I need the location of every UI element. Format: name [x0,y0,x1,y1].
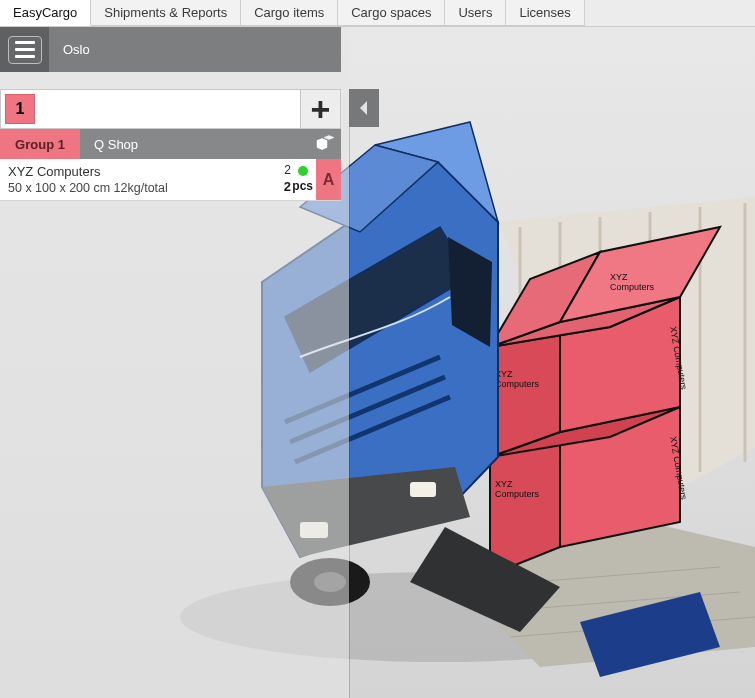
panel-divider [349,127,350,698]
group-tab-secondary[interactable]: Q Shop [80,129,341,159]
svg-text:Computers: Computers [610,282,655,292]
shipment-titlebar: Oslo [0,27,341,72]
svg-text:XYZ: XYZ [610,272,628,282]
group-number-badge[interactable]: 1 [5,94,35,124]
tab-easycargo[interactable]: EasyCargo [0,0,91,26]
svg-text:Computers: Computers [495,489,540,499]
group-number-row: 1 + [0,89,341,129]
pcs-label: pcs [292,179,313,193]
packages-icon [315,134,335,155]
collapse-panel-button[interactable] [349,89,379,127]
group-tabs: Group 1 Q Shop [0,129,341,159]
tab-cargo-spaces[interactable]: Cargo spaces [338,0,445,26]
menu-toggle-button[interactable] [0,27,49,72]
cargo-item-total-count: 2 [284,179,291,194]
tab-users[interactable]: Users [445,0,506,26]
svg-marker-49 [360,101,367,115]
svg-text:XYZ: XYZ [495,479,513,489]
main-menubar: EasyCargo Shipments & Reports Cargo item… [0,0,755,27]
cargo-item-action-button[interactable]: A [316,159,341,200]
tab-licenses[interactable]: Licenses [506,0,584,26]
svg-marker-48 [324,136,334,140]
add-group-button[interactable]: + [300,90,340,128]
status-dot-icon [298,166,308,176]
group-secondary-label: Q Shop [94,137,138,152]
cargo-item-loaded-count: 2 [284,163,291,177]
group-tab-active[interactable]: Group 1 [0,129,80,159]
svg-rect-40 [410,482,436,497]
tab-shipments[interactable]: Shipments & Reports [91,0,241,26]
tab-cargo-items[interactable]: Cargo items [241,0,338,26]
cargo-item-row[interactable]: XYZ Computers 50 x 100 x 200 cm 12kg/tot… [0,159,341,201]
shipment-name[interactable]: Oslo [49,27,341,72]
hamburger-icon [8,36,42,64]
svg-text:Computers: Computers [495,379,540,389]
side-panel: Oslo 1 + Group 1 Q Shop XYZ Computer [0,27,341,201]
chevron-left-icon [358,100,370,116]
